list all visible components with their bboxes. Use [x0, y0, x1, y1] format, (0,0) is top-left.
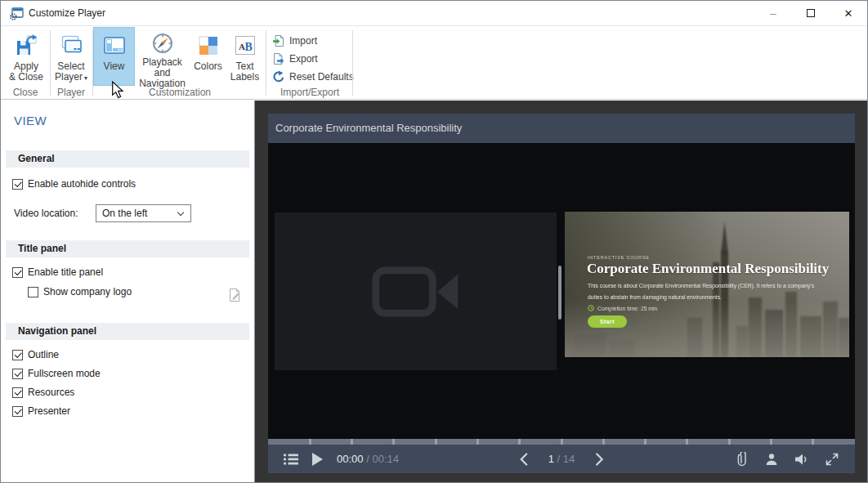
time-display: 00:00 / 00:14 [337, 453, 399, 465]
maximize-icon [807, 9, 815, 17]
video-location-select[interactable]: On the left [96, 204, 191, 222]
view-settings-panel: VIEW General Enable autohide controls Vi… [1, 101, 255, 482]
slide-body-text: This course is about Corporate Environme… [588, 280, 823, 302]
slide-eyebrow: INTERACTIVE COURSE [588, 255, 650, 260]
playback-navigation-button[interactable]: Playback andNavigation [136, 28, 188, 85]
edit-company-logo-button[interactable] [226, 287, 243, 303]
presenter-checkbox[interactable]: Presenter [12, 404, 70, 418]
checkbox-label: Enable title panel [28, 266, 103, 278]
previous-slide-button[interactable] [520, 453, 528, 466]
player-stage: INTERACTIVE COURSE Corporate Environment… [268, 143, 855, 439]
section-header-general: General [6, 150, 249, 168]
view-button[interactable]: View [94, 28, 134, 85]
compass-icon [150, 30, 176, 56]
export-button[interactable]: Export [272, 51, 318, 66]
reset-defaults-button[interactable]: Reset Defaults [272, 69, 354, 84]
dropdown-caret-icon: ▾ [84, 74, 87, 82]
chevron-down-icon [177, 209, 184, 216]
checkbox-label: Resources [28, 387, 74, 398]
outline-checkbox[interactable]: Outline [12, 347, 59, 362]
apply-close-button[interactable]: Apply& Close [6, 28, 47, 85]
start-button[interactable]: Start [588, 315, 627, 328]
window-title: Customize Player [29, 1, 105, 26]
completion-time: Completion time: 25 min [588, 305, 657, 311]
checkbox-label: Fullscreen mode [28, 368, 101, 379]
dialog-content: VIEW General Enable autohide controls Vi… [1, 101, 867, 482]
import-button[interactable]: Import [272, 34, 317, 48]
checkbox-label: Presenter [28, 405, 70, 417]
section-header-title-panel: Title panel [6, 240, 249, 257]
group-label-import-export: Import/Export [267, 87, 352, 98]
pane-splitter-handle[interactable] [558, 266, 562, 320]
video-camera-icon [369, 260, 463, 324]
edit-document-icon [226, 287, 243, 303]
maximize-button[interactable] [792, 1, 830, 25]
combo-value: On the left [102, 208, 147, 219]
slide-title: Corporate Environmental Responsibility [587, 261, 848, 277]
select-player-button[interactable]: SelectPlayer▾ [51, 28, 91, 85]
enable-title-panel-checkbox[interactable]: Enable title panel [12, 265, 103, 280]
minimize-icon: – [770, 7, 776, 20]
checkbox-label: Outline [28, 349, 59, 360]
checkbox-box [12, 406, 23, 417]
colors-icon [197, 30, 220, 60]
svg-text:B: B [244, 41, 252, 53]
play-button-icon[interactable] [312, 453, 323, 466]
import-icon [272, 34, 285, 47]
group-label-player: Player [50, 87, 92, 98]
window-titlebar: Customize Player – ✕ [1, 1, 867, 26]
checkbox-box [12, 387, 23, 398]
video-location-label: Video location: [14, 204, 78, 222]
slide-counter: 1 / 14 [548, 453, 575, 465]
section-header-navigation-panel: Navigation panel [6, 323, 249, 340]
clock-icon [588, 305, 594, 311]
fullscreen-expand-icon[interactable] [825, 453, 839, 466]
select-player-icon [58, 30, 84, 60]
checkbox-box [12, 267, 23, 278]
apply-close-icon [13, 30, 39, 60]
player-preview: Corporate Environmental Responsibility [268, 114, 855, 473]
ribbon-separator [92, 30, 93, 96]
panel-heading: VIEW [14, 114, 47, 127]
export-icon [272, 52, 285, 65]
checkbox-label: Show company logo [43, 286, 132, 297]
checkbox-box [12, 179, 23, 190]
ribbon-separator [352, 30, 353, 96]
next-slide-button[interactable] [595, 453, 603, 466]
attachments-paperclip-icon[interactable] [737, 452, 748, 467]
presenter-person-icon[interactable] [765, 453, 778, 466]
player-title-panel: Corporate Environmental Responsibility [268, 114, 855, 143]
resources-checkbox[interactable]: Resources [12, 385, 74, 400]
view-icon [101, 30, 128, 60]
customize-player-window: Customize Player – ✕ Apply& Close [0, 0, 868, 483]
colors-button[interactable]: Colors [190, 28, 226, 85]
player-controlbar: 00:00 / 00:14 1 / 14 [268, 445, 855, 473]
slide-pane: INTERACTIVE COURSE Corporate Environment… [565, 212, 849, 357]
video-pane [275, 212, 557, 370]
app-player-gear-icon [9, 6, 25, 21]
volume-speaker-icon[interactable] [795, 454, 808, 465]
reset-undo-icon [272, 70, 285, 83]
ribbon-separator [266, 30, 266, 96]
ribbon-toolbar: Apply& Close SelectPlayer▾ [1, 26, 867, 100]
checkbox-box [12, 350, 23, 360]
outline-list-icon[interactable] [284, 454, 298, 465]
seekbar[interactable] [268, 439, 855, 445]
checkbox-box [12, 369, 23, 379]
text-labels-icon: A B [233, 30, 257, 60]
player-preview-area: Corporate Environmental Responsibility [255, 101, 867, 482]
ribbon-separator [50, 30, 51, 96]
close-icon: ✕ [844, 7, 853, 20]
checkbox-box [28, 287, 38, 297]
checkbox-label: Enable autohide controls [28, 178, 136, 190]
group-label-customization: Customization [94, 87, 266, 98]
text-labels-button[interactable]: A B TextLabels [228, 28, 262, 85]
minimize-button[interactable]: – [754, 1, 792, 25]
autohide-controls-checkbox[interactable]: Enable autohide controls [12, 177, 136, 191]
group-label-close: Close [1, 87, 50, 98]
show-company-logo-checkbox[interactable]: Show company logo [28, 284, 132, 299]
close-button[interactable]: ✕ [830, 1, 867, 25]
fullscreen-mode-checkbox[interactable]: Fullscreen mode [12, 366, 101, 381]
